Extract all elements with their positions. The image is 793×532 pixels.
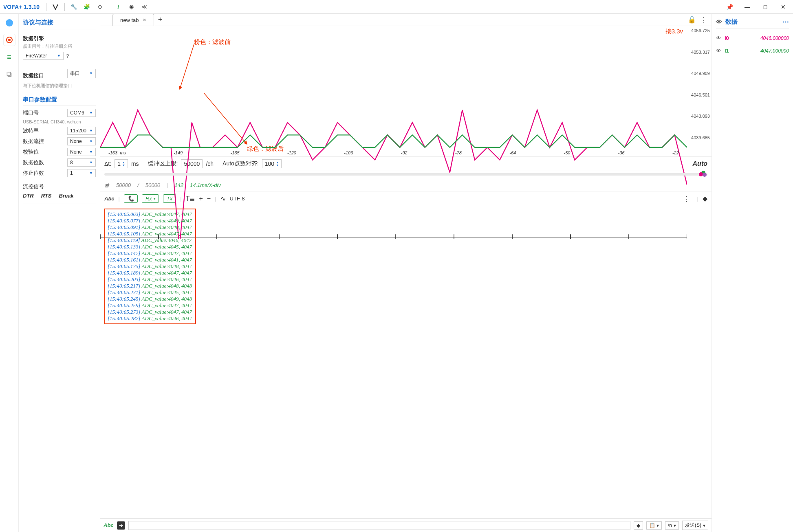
rts-toggle[interactable]: RTS: [41, 193, 52, 199]
send-bar: Abc ➔ ◆ 📋 ▾ \n ▾ 发送(S) ▾: [100, 518, 711, 532]
titlebar: VOFA+ 1.3.10 🔧 🧩 ⊙ i ◉ ≪ 📌 — □ ✕: [0, 0, 793, 14]
tabs: new tab × + 🔓 ⋮: [100, 14, 711, 26]
send-mode-icon[interactable]: ➔: [117, 521, 125, 530]
right-panel: 👁 数据 ⋯ 👁I04046.000000👁I14047.000000: [711, 14, 793, 532]
eraser-icon[interactable]: ◆: [703, 195, 707, 202]
sidebar-title: 协议与连接: [23, 19, 96, 29]
eye-icon[interactable]: 👁: [716, 48, 721, 54]
add-tab-button[interactable]: +: [158, 15, 163, 24]
tab-newtab[interactable]: new tab ×: [112, 14, 154, 26]
parity-label: 校验位: [23, 148, 39, 156]
send-input[interactable]: [128, 521, 630, 530]
right-title: 数据: [725, 18, 738, 26]
stopbits-select[interactable]: 1▼: [67, 169, 96, 177]
dtr-toggle[interactable]: DTR: [23, 193, 34, 199]
interface-select[interactable]: 串口▼: [67, 69, 96, 78]
close-tab-icon[interactable]: ×: [143, 17, 146, 23]
eye-icon[interactable]: 👁: [716, 35, 721, 41]
engine-hint: 点击问号：前往详细文档: [23, 43, 96, 49]
wrench-icon[interactable]: 🔧: [69, 2, 79, 12]
fingerprint-icon[interactable]: ◉: [126, 2, 136, 12]
port-select[interactable]: COM6▼: [67, 109, 96, 117]
engine-title: 数据引擎: [23, 35, 96, 42]
menu-icon[interactable]: ≡: [4, 51, 15, 63]
signal-title: 流控信号: [23, 183, 96, 190]
data-row[interactable]: 👁I14047.000000: [716, 48, 789, 54]
send-button[interactable]: 发送(S) ▾: [682, 521, 708, 530]
v-icon[interactable]: [51, 2, 60, 12]
interface-title: 数据接口: [23, 72, 44, 79]
svg-point-15: [699, 172, 703, 176]
port-label: 端口号: [23, 109, 39, 117]
minimize-button[interactable]: —: [741, 2, 754, 12]
pin-icon[interactable]: 📌: [723, 2, 736, 12]
right-menu-icon[interactable]: ⋯: [782, 18, 789, 26]
break-toggle[interactable]: Break: [59, 193, 73, 199]
slider[interactable]: [100, 171, 711, 179]
baud-label: 波特率: [23, 127, 39, 134]
serial-title: 串口参数配置: [23, 96, 96, 106]
eye-icon[interactable]: 👁: [716, 18, 722, 25]
newline-select[interactable]: \n ▾: [665, 521, 679, 530]
databits-select[interactable]: 8▼: [67, 158, 96, 167]
copy-icon[interactable]: ⧉: [4, 68, 15, 80]
port-hint: USB-SERIAL CH340, wch.cn: [23, 119, 96, 124]
flow-label: 数据流控: [23, 138, 44, 145]
terminal[interactable]: [15:40:05.063] ADC_value:4047, 4047[15:4…: [100, 206, 711, 518]
interface-hint: 与下位机通信的物理接口: [23, 83, 96, 89]
engine-select[interactable]: FireWater▼: [23, 52, 64, 60]
puzzle-icon[interactable]: 🧩: [82, 2, 92, 12]
flow-select[interactable]: None▼: [67, 137, 96, 145]
lock-icon[interactable]: 🔓: [688, 16, 696, 24]
tab-menu-icon[interactable]: ⋮: [700, 15, 707, 24]
x-ticks: -163 ms-149-135-120-106-92-78-64-50-36-2…: [100, 150, 687, 155]
tool-blue-dot[interactable]: [4, 17, 15, 29]
auto-button[interactable]: Auto: [693, 160, 707, 167]
history-icon[interactable]: 📋 ▾: [646, 521, 662, 530]
maximize-button[interactable]: □: [759, 2, 772, 12]
info-icon[interactable]: i: [113, 2, 123, 12]
tool-record[interactable]: [4, 34, 15, 46]
stopbits-label: 停止位数: [23, 169, 44, 177]
databits-label: 数据位数: [23, 159, 44, 166]
eraser2-icon[interactable]: ◆: [634, 521, 643, 530]
collapse-icon[interactable]: ≪: [139, 2, 149, 12]
parity-select[interactable]: None▼: [67, 148, 96, 156]
send-abc[interactable]: Abc: [104, 522, 114, 528]
close-button[interactable]: ✕: [777, 2, 790, 12]
center-panel: new tab × + 🔓 ⋮ 接3.3v 粉色：滤波前 绿色：滤波后 4056…: [100, 14, 711, 532]
chart[interactable]: 接3.3v 粉色：滤波前 绿色：滤波后 4056.7254053.3174049…: [100, 26, 711, 156]
target-icon[interactable]: ⊙: [95, 2, 105, 12]
help-icon[interactable]: ?: [66, 53, 69, 59]
y-ticks: 4056.7254053.3174049.9094046.5014043.093…: [691, 26, 710, 140]
data-row[interactable]: 👁I04046.000000: [716, 35, 789, 41]
toolstrip: ≡ ⧉: [0, 14, 19, 532]
app-title: VOFA+ 1.3.10: [3, 4, 40, 10]
svg-point-16: [703, 173, 707, 177]
sidebar: 协议与连接 数据引擎 点击问号：前往详细文档 FireWater▼ ? 数据接口…: [19, 14, 100, 532]
baud-select[interactable]: 115200▼: [67, 127, 96, 135]
